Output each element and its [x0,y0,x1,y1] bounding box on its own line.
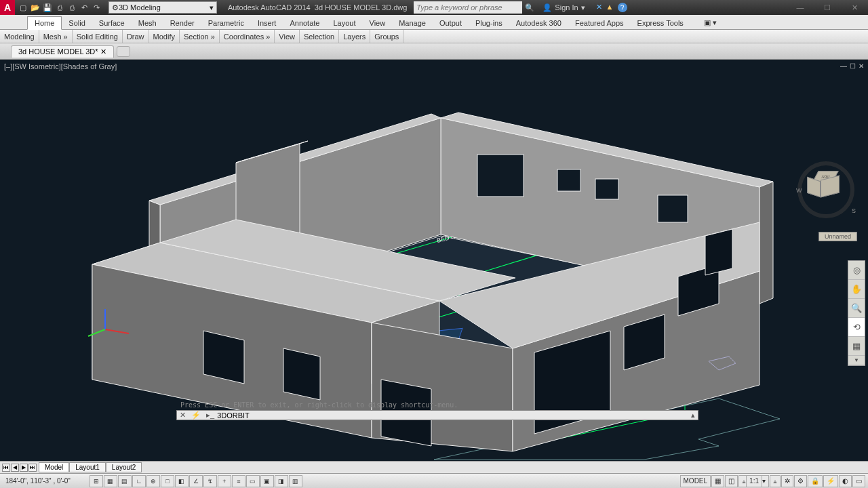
cmd-close-icon[interactable]: ✕ [177,411,189,420]
tab-featured[interactable]: Featured Apps [568,17,631,29]
layout-tab-model[interactable]: Model [39,462,69,472]
command-input[interactable] [217,411,688,420]
undo-icon[interactable]: ↶ [79,2,90,13]
tab-annotate[interactable]: Annotate [283,17,326,29]
panel-selection[interactable]: Selection [300,30,339,43]
layout-last-icon[interactable]: ⏭ [28,464,37,472]
quickview-icon[interactable]: ◫ [725,475,738,487]
tab-render[interactable]: Render [163,17,201,29]
tab-mesh[interactable]: Mesh [132,17,163,29]
document-tab[interactable]: 3d HOUSE MODEL 3D* ✕ [11,45,114,58]
svg-marker-28 [203,331,244,384]
toolbar-lock-icon[interactable]: 🔒 [808,475,823,487]
tab-view[interactable]: View [363,17,393,29]
status-toggles: ⊞ ▦ ▤ ∟ ⊕ □ ◧ ∠ ↯ + ≡ ▭ ▣ ◨ ▥ [90,475,302,487]
exchange-icon[interactable]: ✕ [596,3,602,12]
layout-next-icon[interactable]: ▶ [20,464,28,472]
minimize-button[interactable]: — [787,0,814,15]
panel-mesh[interactable]: Mesh » [39,30,73,43]
workspace-dropdown[interactable]: ⚙ 3D Modeling ▾ [108,1,217,14]
lwt-icon[interactable]: ≡ [232,475,245,487]
panel-groups[interactable]: Groups [370,30,403,43]
print-icon[interactable]: ⎙ [66,2,77,13]
help-icon[interactable]: ? [618,3,627,12]
cleanscreen-icon[interactable]: ▭ [852,475,865,487]
orbit-icon[interactable]: ⟲ [848,318,865,337]
grid-icon[interactable]: ▤ [118,475,132,487]
signin-button[interactable]: 👤 Sign In ▾ [537,3,590,12]
model-viewport[interactable]: [–][SW Isometric][Shades of Gray] — ☐ ✕ … [0,60,868,461]
redo-icon[interactable]: ↷ [91,2,102,13]
saveas-icon[interactable]: ⎙ [54,2,65,13]
ortho-icon[interactable]: ∟ [132,475,146,487]
close-button[interactable]: ✕ [841,0,868,15]
command-line[interactable]: ✕ ⚡ ▸_ ▴ [176,410,698,420]
tab-manage[interactable]: Manage [392,17,433,29]
search-icon[interactable]: 🔍 [522,3,537,12]
layout-prev-icon[interactable]: ◀ [11,464,19,472]
layout-first-icon[interactable]: ⏮ [2,464,10,472]
steering-wheel-icon[interactable]: ◎ [848,261,865,280]
polar-icon[interactable]: ⊕ [146,475,160,487]
zoom-icon[interactable]: 🔍 [848,299,865,318]
sc-icon[interactable]: ◨ [275,475,288,487]
new-icon[interactable]: ▢ [18,2,28,13]
app-logo[interactable]: A [0,0,15,15]
status-right: MODEL ▦ ◫ ⟁ 1:1 ▾ ⟁ ✲ ⚙ 🔒 ⚡ ◐ ▭ [680,475,868,487]
showmotion-icon[interactable]: ▦ [848,337,865,356]
pan-icon[interactable]: ✋ [848,280,865,299]
tab-output[interactable]: Output [433,17,469,29]
tab-plugins[interactable]: Plug-ins [469,17,509,29]
navbar-expand-icon[interactable]: ▼ [848,356,865,365]
annoauto-icon[interactable]: ✲ [781,475,793,487]
panel-view[interactable]: View [275,30,300,43]
document-tabs: 3d HOUSE MODEL 3D* ✕ [0,43,868,60]
panel-modeling[interactable]: Modeling [0,30,39,43]
tab-insert[interactable]: Insert [251,17,283,29]
maximize-button[interactable]: ☐ [814,0,841,15]
app-title: Autodesk AutoCAD 2014 3d HOUSE MODEL 3D.… [221,3,414,12]
panel-section[interactable]: Section » [180,30,220,43]
tab-express[interactable]: Express Tools [631,17,690,29]
viewcube-view-label[interactable]: Unnamed [818,232,857,241]
tab-solid[interactable]: Solid [62,17,92,29]
ws-switch-icon[interactable]: ⚙ [794,475,807,487]
tab-autodesk360[interactable]: Autodesk 360 [509,17,568,29]
panel-coords[interactable]: Coordinates » [220,30,275,43]
dyn-icon[interactable]: + [218,475,231,487]
tab-surface[interactable]: Surface [92,17,132,29]
cmd-history-icon[interactable]: ▴ [688,411,698,420]
tab-home[interactable]: Home [27,16,62,30]
panel-solidedit[interactable]: Solid Editing [73,30,123,43]
layout-grid-icon[interactable]: ▦ [711,475,724,487]
infer-icon[interactable]: ⊞ [90,475,103,487]
new-tab-button[interactable] [117,46,130,57]
panel-draw[interactable]: Draw [123,30,149,43]
ducs-icon[interactable]: ↯ [203,475,217,487]
am-icon[interactable]: ▥ [289,475,302,487]
annovisibility-icon[interactable]: ⟁ [770,475,781,487]
modelspace-button[interactable]: MODEL [680,475,711,487]
tab-layout[interactable]: Layout [326,17,362,29]
save-icon[interactable]: 💾 [42,2,53,13]
tpy-icon[interactable]: ▭ [246,475,260,487]
layout-tab-2[interactable]: Layout2 [106,462,142,472]
layout-tab-1[interactable]: Layout1 [69,462,106,472]
hardware-accel-icon[interactable]: ⚡ [823,475,838,487]
snap-icon[interactable]: ▦ [104,475,117,487]
panel-modify[interactable]: Modify [149,30,180,43]
help-search-input[interactable] [414,1,522,14]
panel-layers[interactable]: Layers [339,30,370,43]
annoscale-button[interactable]: ⟁ 1:1 ▾ [738,475,769,487]
cmd-options-icon[interactable]: ⚡ [189,411,203,420]
open-icon[interactable]: 📂 [30,2,41,13]
stayconnected-icon[interactable]: ▲ [606,3,614,12]
ribbon-options-icon[interactable]: ▣ ▾ [697,16,724,29]
viewcube[interactable]: TOP W S [797,161,854,218]
qp-icon[interactable]: ▣ [260,475,274,487]
isolate-icon[interactable]: ◐ [839,475,852,487]
otrack-icon[interactable]: ∠ [189,475,203,487]
3dosnap-icon[interactable]: ◧ [175,475,189,487]
tab-parametric[interactable]: Parametric [201,17,251,29]
osnap-icon[interactable]: □ [161,475,174,487]
